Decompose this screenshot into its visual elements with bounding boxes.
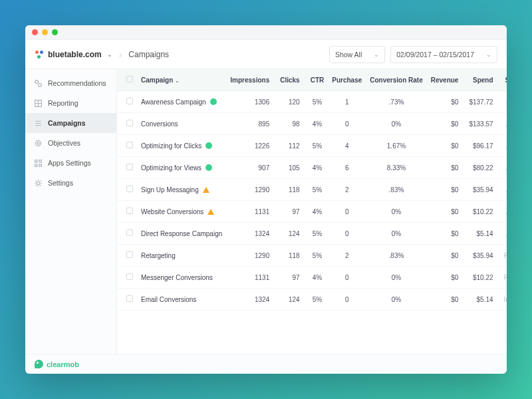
campaign-name: Retargeting (141, 252, 222, 259)
cell-clicks: 124 (276, 289, 306, 311)
campaign-name: Optimizing for Views (141, 164, 222, 172)
cell-conversion-rate: .83% (366, 179, 426, 201)
sidebar-item-campaigns[interactable]: Campaigns (25, 113, 116, 133)
row-checkbox[interactable] (126, 229, 133, 236)
filter-select-label: Show All (335, 51, 362, 59)
grid-icon (33, 98, 43, 108)
cell-ctr: 5% (307, 91, 329, 113)
chevron-down-icon: ⌄ (486, 51, 491, 58)
row-checkbox[interactable] (126, 142, 133, 148)
cell-status: Active (500, 113, 507, 135)
sidebar-item-label: Settings (48, 179, 73, 187)
row-checkbox[interactable] (126, 120, 133, 126)
cell-ctr: 5% (307, 135, 329, 157)
gear-icon (33, 178, 43, 188)
sidebar-item-settings[interactable]: Settings (25, 173, 116, 193)
cell-impressions: 895 (226, 113, 276, 135)
minimize-icon[interactable] (42, 29, 48, 35)
target-icon (33, 138, 43, 148)
table-row[interactable]: Retargeting 12901185%2.83%$0$35.94Paused (117, 245, 507, 267)
cell-clicks: 118 (276, 179, 306, 201)
cell-impressions: 1306 (226, 91, 276, 113)
cell-ctr: 4% (307, 157, 329, 179)
cell-spend: $10.22 (465, 201, 499, 223)
sidebar-item-label: Recommendations (48, 79, 106, 87)
cell-status: Active (500, 157, 507, 179)
sidebar-item-apps-settings[interactable]: Apps Settings (25, 153, 116, 173)
cell-clicks: 120 (276, 91, 306, 113)
cell-spend: $133.57 (465, 113, 499, 135)
column-header-spend[interactable]: Spend (465, 69, 499, 91)
app-window: bluetable.com ⌄ › Campaigns Show All ⌄ 0… (25, 25, 507, 374)
cell-revenue: $0 (427, 179, 466, 201)
link-icon (33, 78, 43, 88)
campaign-name: Messenger Conversions (141, 274, 222, 281)
cell-purchase: 0 (328, 289, 366, 311)
cell-purchase: 0 (328, 201, 366, 223)
table-row[interactable]: Website Conversions 1131974%00%$0$10.22A… (117, 201, 507, 223)
window-titlebar (25, 25, 507, 40)
table-row[interactable]: Sign Up Messaging 12901185%2.83%$0$35.94… (117, 179, 507, 201)
column-header-campaign[interactable]: Campaign⌄ (137, 69, 226, 91)
cell-ctr: 4% (307, 113, 329, 135)
svg-rect-13 (39, 164, 41, 166)
column-header-clicks[interactable]: Clicks (276, 69, 306, 91)
cell-ctr: 4% (307, 201, 329, 223)
select-all-checkbox[interactable] (126, 76, 133, 82)
zoom-icon[interactable] (52, 29, 58, 35)
row-checkbox[interactable] (126, 207, 133, 214)
footer: clearmob (25, 354, 507, 374)
status-ok-icon (205, 164, 212, 171)
row-checkbox[interactable] (126, 273, 133, 280)
cell-clicks: 105 (276, 157, 306, 179)
cell-conversion-rate: 0% (366, 267, 426, 289)
table-row[interactable]: Direct Response Campaign 13241245%00%$0$… (117, 223, 507, 245)
brand-logo-icon (35, 50, 44, 59)
sidebar-item-label: Objectives (48, 139, 80, 147)
filter-select[interactable]: Show All ⌄ (329, 46, 385, 63)
column-header-conversion-rate[interactable]: Conversion Rate (366, 69, 426, 91)
cell-status: Active (500, 201, 507, 223)
row-checkbox[interactable] (126, 164, 133, 170)
cell-purchase: 1 (328, 91, 366, 113)
table-row[interactable]: Optimizing for Views 9071054%68.33%$0$80… (117, 157, 507, 179)
cell-revenue: $0 (427, 91, 466, 113)
row-checkbox[interactable] (126, 251, 133, 258)
column-header-purchase[interactable]: Purchase (328, 69, 366, 91)
cell-conversion-rate: .83% (366, 245, 426, 267)
cell-conversion-rate: 8.33% (366, 157, 426, 179)
table-row[interactable]: Conversions 895984%00%$0$133.57Active (117, 113, 507, 135)
cell-impressions: 1290 (226, 245, 276, 267)
sidebar-item-label: Campaigns (48, 119, 86, 127)
table-row[interactable]: Optimizing for Clicks 12261125%41.67%$0$… (117, 135, 507, 157)
campaign-name: Optimizing for Clicks (141, 142, 222, 150)
column-header-revenue[interactable]: Revenue (427, 69, 466, 91)
account-switcher[interactable]: bluetable.com ⌄ (35, 50, 112, 59)
sidebar-item-label: Reporting (48, 99, 78, 107)
campaign-name: Email Conversions (141, 296, 222, 303)
svg-rect-10 (35, 160, 37, 162)
sidebar-item-recommendations[interactable]: Recommendations (25, 73, 116, 93)
column-header-ctr[interactable]: CTR (307, 69, 329, 91)
close-icon[interactable] (32, 29, 38, 35)
apps-icon (33, 158, 43, 168)
sidebar-item-objectives[interactable]: Objectives (25, 133, 116, 153)
table-row[interactable]: Email Conversions 13241245%00%$0$5.14Ina… (117, 289, 507, 311)
table-row[interactable]: Awareness Campaign 13061205%1.73%$0$137.… (117, 91, 507, 113)
cell-spend: $35.94 (465, 179, 499, 201)
cell-ctr: 5% (307, 179, 329, 201)
date-range-picker[interactable]: 02/09/2017 – 02/15/2017 ⌄ (390, 46, 497, 63)
cell-spend: $5.14 (465, 289, 499, 311)
cell-status: Paused (500, 267, 507, 289)
column-header-impressions[interactable]: Impressions (226, 69, 276, 91)
cell-ctr: 5% (307, 289, 329, 311)
table-row[interactable]: Messenger Conversions 1131974%00%$0$10.2… (117, 267, 507, 289)
row-checkbox[interactable] (126, 98, 133, 104)
sidebar-item-reporting[interactable]: Reporting (25, 93, 116, 113)
cell-revenue: $0 (427, 267, 466, 289)
cell-impressions: 1226 (226, 135, 276, 157)
column-header-status[interactable]: Status (500, 69, 507, 91)
row-checkbox[interactable] (126, 186, 133, 192)
svg-point-8 (35, 140, 41, 146)
row-checkbox[interactable] (126, 295, 133, 302)
